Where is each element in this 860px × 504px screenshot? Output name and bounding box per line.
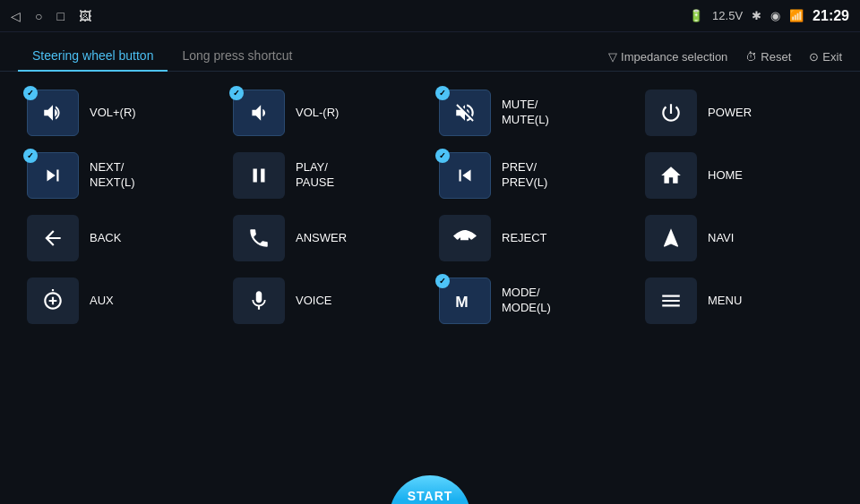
tab-steering-wheel[interactable]: Steering wheel button bbox=[18, 41, 168, 72]
status-bar: ◁ ○ □ 🖼 🔋 12.5V ✱ ◉ 📶 21:29 bbox=[0, 0, 860, 32]
button-item-mute[interactable]: ✓ MUTE/MUTE(L) bbox=[439, 90, 627, 136]
nav-icons: ◁ ○ □ 🖼 bbox=[11, 9, 91, 23]
button-grid: ✓ VOL+(R) ✓ VOL-(R) ✓ MUTE/MUTE(L) POWER… bbox=[0, 72, 860, 342]
exit-btn[interactable]: ⊙ Exit bbox=[809, 50, 842, 64]
icon-box-home bbox=[645, 152, 697, 199]
btn-label-mute: MUTE/MUTE(L) bbox=[502, 98, 549, 128]
icon-box-mode: ✓ M bbox=[439, 278, 491, 324]
button-item-voice[interactable]: VOICE bbox=[233, 278, 421, 324]
button-item-answer[interactable]: ANSWER bbox=[233, 215, 421, 261]
button-item-home[interactable]: HOME bbox=[645, 152, 833, 199]
button-item-vol-plus[interactable]: ✓ VOL+(R) bbox=[27, 90, 215, 136]
reset-btn[interactable]: ⏱ Reset bbox=[745, 50, 791, 64]
button-item-menu[interactable]: MENU bbox=[645, 278, 833, 324]
check-badge: ✓ bbox=[435, 149, 450, 163]
button-item-reject[interactable]: REJECT bbox=[439, 215, 627, 261]
button-item-navi[interactable]: NAVI bbox=[645, 215, 833, 261]
button-item-aux[interactable]: AUX bbox=[27, 278, 215, 324]
shield-icon: ▽ bbox=[608, 50, 617, 64]
button-item-vol-minus[interactable]: ✓ VOL-(R) bbox=[233, 90, 421, 136]
btn-label-prev: PREV/PREV(L) bbox=[502, 160, 547, 191]
main-tabs: Steering wheel button Long press shortcu… bbox=[18, 41, 306, 71]
icon-box-answer bbox=[233, 215, 285, 261]
svg-text:M: M bbox=[455, 293, 468, 311]
recents-icon[interactable]: □ bbox=[56, 9, 64, 23]
tabs-bar: Steering wheel button Long press shortcu… bbox=[0, 32, 860, 72]
btn-label-navi: NAVI bbox=[708, 231, 734, 246]
tab-actions: ▽ Impedance selection ⏱ Reset ⊙ Exit bbox=[608, 50, 842, 71]
icon-box-vol-minus: ✓ bbox=[233, 90, 285, 136]
reset-icon: ⏱ bbox=[745, 50, 757, 64]
btn-label-power: POWER bbox=[708, 106, 752, 121]
icon-box-navi bbox=[645, 215, 697, 261]
battery-icon: 🔋 bbox=[689, 9, 703, 22]
clock: 21:29 bbox=[813, 8, 849, 24]
btn-label-vol-minus: VOL-(R) bbox=[296, 106, 339, 121]
icon-box-menu bbox=[645, 278, 697, 324]
bluetooth-icon: ✱ bbox=[752, 9, 761, 22]
icon-box-reject bbox=[439, 215, 491, 261]
btn-label-home: HOME bbox=[708, 168, 743, 184]
check-badge: ✓ bbox=[23, 86, 38, 100]
btn-label-mode: MODE/MODE(L) bbox=[502, 286, 551, 316]
home-icon[interactable]: ○ bbox=[35, 9, 42, 23]
btn-label-next: NEXT/NEXT(L) bbox=[90, 160, 135, 191]
start-button[interactable]: START bbox=[390, 475, 470, 504]
check-badge: ✓ bbox=[229, 86, 244, 100]
icon-box-vol-plus: ✓ bbox=[27, 90, 79, 136]
status-indicators: 🔋 12.5V ✱ ◉ 📶 21:29 bbox=[689, 8, 849, 24]
signal-icon: 📶 bbox=[789, 9, 804, 22]
icon-box-power bbox=[645, 90, 697, 136]
impedance-selection-btn[interactable]: ▽ Impedance selection bbox=[608, 50, 727, 64]
back-icon[interactable]: ◁ bbox=[11, 9, 21, 23]
btn-label-back: BACK bbox=[90, 231, 121, 246]
btn-label-vol-plus: VOL+(R) bbox=[90, 106, 136, 121]
button-item-next[interactable]: ✓ NEXT/NEXT(L) bbox=[27, 152, 215, 199]
location-icon: ◉ bbox=[770, 9, 780, 22]
button-item-prev[interactable]: ✓ PREV/PREV(L) bbox=[439, 152, 627, 199]
icon-box-back bbox=[27, 215, 79, 261]
check-badge: ✓ bbox=[435, 86, 450, 100]
battery-value: 12.5V bbox=[712, 9, 743, 22]
check-badge: ✓ bbox=[23, 149, 38, 163]
btn-label-voice: VOICE bbox=[296, 294, 331, 309]
btn-label-reject: REJECT bbox=[502, 231, 547, 246]
icon-box-prev: ✓ bbox=[439, 152, 491, 199]
icon-box-next: ✓ bbox=[27, 152, 79, 199]
btn-label-menu: MENU bbox=[708, 294, 742, 309]
icon-box-mute: ✓ bbox=[439, 90, 491, 136]
exit-icon: ⊙ bbox=[809, 50, 819, 64]
button-item-mode[interactable]: ✓ M MODE/MODE(L) bbox=[439, 278, 627, 324]
icon-box-aux bbox=[27, 278, 79, 324]
btn-label-answer: ANSWER bbox=[296, 231, 347, 246]
tab-long-press[interactable]: Long press shortcut bbox=[168, 41, 306, 72]
icon-box-play-pause bbox=[233, 152, 285, 199]
button-item-back[interactable]: BACK bbox=[27, 215, 215, 261]
check-badge: ✓ bbox=[435, 274, 450, 288]
icon-box-voice bbox=[233, 278, 285, 324]
btn-label-aux: AUX bbox=[90, 294, 114, 309]
btn-label-play-pause: PLAY/PAUSE bbox=[296, 160, 334, 191]
button-item-power[interactable]: POWER bbox=[645, 90, 833, 136]
button-item-play-pause[interactable]: PLAY/PAUSE bbox=[233, 152, 421, 199]
screenshot-icon[interactable]: 🖼 bbox=[79, 9, 91, 23]
